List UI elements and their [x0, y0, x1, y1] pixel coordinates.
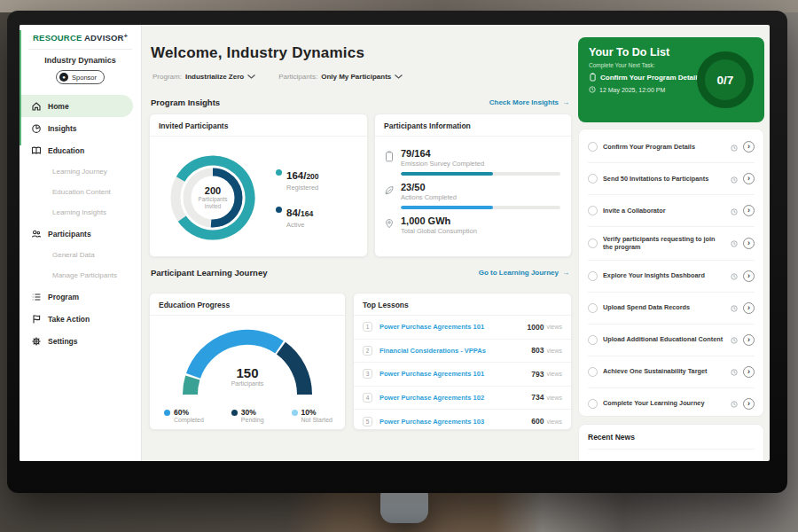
- sidebar-item-settings[interactable]: Settings: [20, 330, 141, 352]
- emission-survey-row: 79/164 Emission Survey Completed: [384, 148, 560, 176]
- info-value: 23/50: [401, 182, 560, 192]
- clock-icon: [731, 395, 738, 411]
- todo-label: Send 50 Invitations to Participants: [603, 175, 725, 184]
- lesson-row: 3 Power Purchase Agreements 101 793 view…: [354, 363, 571, 387]
- org-name: Industry Dynamics: [20, 56, 141, 65]
- lesson-views-suffix: views: [546, 395, 562, 401]
- sidebar-item-learning-journey[interactable]: Learning Journey: [20, 161, 141, 182]
- lesson-link[interactable]: Financial Considerations - VPPAs: [379, 347, 531, 355]
- top-lessons-card: Top Lessons 1 Power Purchase Agreements …: [353, 293, 572, 430]
- todo-go-button[interactable]: ›: [743, 205, 755, 216]
- todo-checkbox[interactable]: [588, 239, 598, 248]
- sidebar-item-program[interactable]: Program: [20, 286, 141, 308]
- participants-dropdown[interactable]: Participants: Only My Participants: [278, 73, 403, 81]
- card-title: Top Lessons: [354, 293, 571, 316]
- clipboard-icon: [384, 148, 395, 176]
- chevron-down-icon: [395, 73, 403, 81]
- todo-checkbox[interactable]: [588, 271, 598, 281]
- sidebar-item-label: Take Action: [48, 315, 90, 324]
- check-more-insights-link[interactable]: Check More Insights →: [489, 98, 569, 106]
- legend-dot: [292, 410, 298, 416]
- sidebar-item-label: Home: [48, 102, 69, 111]
- sidebar-item-label: Education Content: [52, 188, 111, 196]
- sponsor-icon: ●: [59, 73, 68, 82]
- filters-row: Program: Industrialize Zero Participants…: [153, 73, 403, 81]
- todo-label: Upload Spend Data Records: [603, 303, 725, 312]
- todo-label: Explore Your Insights Dashboard: [603, 271, 725, 280]
- lesson-views: 734: [531, 393, 544, 402]
- sidebar-item-label: Manage Participants: [52, 271, 117, 279]
- lesson-rank: 2: [363, 346, 372, 356]
- sidebar-item-manage-participants[interactable]: Manage Participants: [20, 265, 141, 286]
- legend-value: 30%: [241, 408, 264, 417]
- legend-label: Pending: [241, 417, 264, 423]
- lesson-rank: 3: [363, 369, 372, 379]
- progress-track: [401, 206, 560, 209]
- next-task-label: Confirm Your Program Details: [600, 74, 701, 82]
- logo-resource: RESOURCE: [33, 33, 82, 43]
- todo-go-button[interactable]: ›: [743, 238, 755, 249]
- go-to-learning-journey-link[interactable]: Go to Learning Journey →: [479, 269, 569, 277]
- legend-total: 200: [306, 172, 318, 181]
- clock-icon: [731, 364, 738, 379]
- sidebar-item-education-content[interactable]: Education Content: [20, 182, 141, 202]
- todo-checkbox[interactable]: [588, 174, 598, 184]
- todo-label: Confirm Your Program Details: [603, 143, 725, 152]
- todo-go-button[interactable]: ›: [743, 366, 755, 378]
- todo-go-button[interactable]: ›: [743, 398, 755, 410]
- card-title: Participants Information: [375, 114, 571, 137]
- logo-advisor: ADVISOR: [84, 33, 124, 43]
- gauge-legend: 60%Completed 30%Pending 10%Not Started: [150, 403, 345, 423]
- todo-checkbox[interactable]: [588, 367, 598, 377]
- lesson-link[interactable]: Power Purchase Agreements 101: [379, 323, 528, 331]
- sidebar-item-label: Insights: [48, 124, 77, 133]
- lesson-rank: 1: [363, 322, 372, 332]
- lesson-views-suffix: views: [546, 371, 562, 377]
- sidebar-item-education[interactable]: Education: [20, 139, 141, 161]
- sidebar-item-participants[interactable]: Participants: [20, 223, 141, 245]
- todo-item: Invite a Collaborator ›: [588, 195, 755, 227]
- consumption-row: 1,000 GWh Total Global Consumption: [384, 215, 560, 235]
- info-label: Total Global Consumption: [401, 227, 560, 235]
- clock-icon: [731, 203, 738, 219]
- home-icon: [31, 101, 42, 112]
- clock-icon: [731, 300, 738, 316]
- flag-icon: [31, 314, 42, 325]
- link-label: Check More Insights: [489, 98, 559, 106]
- sidebar-item-take-action[interactable]: Take Action: [20, 308, 141, 330]
- program-dropdown[interactable]: Program: Industrialize Zero: [153, 73, 255, 81]
- gauge-center-label: Participants: [172, 380, 323, 387]
- todo-go-button[interactable]: ›: [743, 302, 755, 314]
- card-title: Invited Participants: [150, 114, 367, 137]
- todo-item: Upload Additional Educational Content ›: [588, 325, 755, 356]
- todo-checkbox[interactable]: [588, 206, 598, 215]
- lesson-link[interactable]: Power Purchase Agreements 103: [379, 418, 531, 426]
- legend-label: Active: [286, 221, 313, 229]
- todo-checkbox[interactable]: [588, 142, 598, 152]
- todo-checkbox[interactable]: [588, 335, 598, 345]
- todo-go-button[interactable]: ›: [743, 141, 755, 153]
- lesson-link[interactable]: Power Purchase Agreements 101: [379, 370, 531, 378]
- sidebar-item-insights[interactable]: Insights: [20, 117, 141, 139]
- recent-news-title: Recent News: [588, 433, 755, 450]
- education-progress-gauge-chart: 150 Participants: [172, 319, 323, 403]
- learning-journey-header: Participant Learning Journey Go to Learn…: [151, 268, 569, 278]
- sidebar-item-learning-insights[interactable]: Learning Insights: [20, 202, 141, 223]
- sidebar: RESOURCE ADVISOR+ Industry Dynamics ● Sp…: [20, 25, 142, 461]
- sidebar-item-label: Education: [48, 146, 84, 155]
- todo-go-button[interactable]: ›: [743, 173, 755, 184]
- clock-icon: [731, 268, 738, 284]
- lesson-views-suffix: views: [546, 324, 562, 330]
- lesson-link[interactable]: Power Purchase Agreements 102: [379, 394, 531, 402]
- arrow-right-icon: →: [562, 269, 569, 277]
- sponsor-badge[interactable]: ● Sponsor: [56, 70, 105, 84]
- todo-checkbox[interactable]: [588, 399, 598, 409]
- todo-go-button[interactable]: ›: [743, 334, 755, 346]
- todo-item: Achieve One Sustainability Target ›: [588, 356, 755, 388]
- todo-go-button[interactable]: ›: [743, 270, 755, 282]
- todo-item: Explore Your Insights Dashboard ›: [588, 261, 755, 293]
- todo-checkbox[interactable]: [588, 303, 598, 313]
- sidebar-item-home[interactable]: Home: [20, 95, 133, 117]
- lesson-rank: 4: [363, 393, 372, 403]
- sidebar-item-general-data[interactable]: General Data: [20, 245, 141, 265]
